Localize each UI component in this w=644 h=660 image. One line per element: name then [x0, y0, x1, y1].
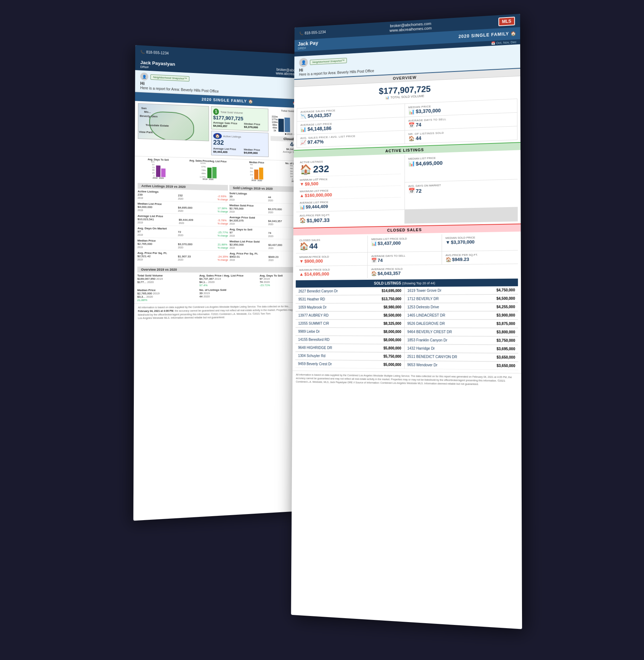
- sold-row-right: 1712 BEVERLY DR$4,500,000: [405, 294, 518, 303]
- bar-tsv-2019: [278, 118, 284, 132]
- bar-ratio-2019: [207, 167, 211, 178]
- back-ns-badge: Neighborhood Snapshot™: [151, 74, 190, 81]
- front-closed-grid: CLOSED SALES 🏠44 MEDIAN LIST PRICE SOLD …: [296, 233, 518, 279]
- front-greeting: Hi: [299, 68, 303, 73]
- bar-ratio-2020: [212, 167, 216, 178]
- sold-row-left: 9459 Beverly Crest Dr$5,000,000: [295, 360, 404, 369]
- front-disclaimer: All information is based on data supplie…: [292, 370, 521, 388]
- sold-row-right: 9526 DALEGROVE DR$3,875,000: [404, 319, 518, 328]
- back-asp: $4,043,357: [213, 124, 228, 128]
- front-agent-name: Jack Pay: [298, 40, 318, 47]
- front-report-title: 2020 SINGLE FAMILY 🏠: [458, 31, 516, 39]
- back-alp: $9,444,409: [213, 150, 228, 153]
- sold-row-left: 14155 Beresford RD$8,000,000: [296, 336, 404, 344]
- front-phone: 📞 818-555-1234: [299, 30, 326, 35]
- front-sold-table: SOLD LISTINGS (Showing Top 20 of 44) 262…: [295, 278, 518, 370]
- sold-row-left: 13977 AUBREY RD$8,500,000: [296, 312, 404, 319]
- sold-row-right: 1465 LINDACREST DR$3,900,000: [404, 311, 518, 319]
- sold-row-left: 1304 Schuyler Rd$5,750,000: [295, 352, 404, 360]
- back-phone: 📞 818-555-1234: [140, 49, 169, 55]
- bar-median-2020: [259, 167, 263, 179]
- bar-days-2019: [156, 165, 160, 177]
- front-contact: broker@abchomes.com www.abcrealhomes.com: [390, 21, 432, 32]
- sold-row-left: 9531 Heather RD$13,750,000: [296, 295, 404, 303]
- sold-row-left: 12055 SUMMIT CIR$8,325,000: [296, 319, 404, 327]
- back-mp2: $4,695,000: [244, 151, 258, 155]
- front-overview-grid: AVERAGE SALES PRICE 📉 $4,043,357 MEDIAN …: [297, 98, 518, 148]
- bar-tsv-2020: [284, 117, 290, 132]
- front-active-grid: ACTIVE LISTINGS 🏠 232 MINIMUM LIST PRICE…: [296, 151, 518, 225]
- front-nr-icon: 🏠: [408, 135, 414, 141]
- sold-row-right: 1619 Tower Grove Dr$4,750,000: [405, 286, 518, 295]
- bar-median-2019: [254, 169, 259, 179]
- sold-row-right: 2511 BENEDICT CANYON DR$3,650,000: [404, 353, 518, 362]
- sold-row-right: 1432 Harridge Dr$3,695,000: [404, 344, 518, 353]
- sold-row-left: 1059 Maybrook Dr$8,980,000: [296, 303, 404, 311]
- sold-row-right: 9464 BEVERLY CREST DR$3,800,000: [404, 328, 518, 336]
- back-mp: $3,370,000: [244, 125, 258, 129]
- sold-row-right: 1253 Delresto Drive$4,255,000: [405, 303, 518, 311]
- sold-row-left: 9648 HIGHRIDGE DR$5,800,000: [296, 344, 404, 352]
- sold-row-left: 9989 Liebe Dr$8,000,000: [296, 328, 404, 336]
- front-phone-icon: 📞: [299, 31, 303, 35]
- phone-icon: 📞: [140, 49, 145, 53]
- front-alp-icon: 📊: [301, 126, 306, 132]
- front-mls-logo: MLS: [498, 16, 515, 26]
- back-greeting: Hi: [140, 81, 145, 86]
- sold-row-left: 2627 Benedict Canyon Dr$14,695,000: [296, 287, 404, 295]
- back-overview-compare-title: Overview 2019 vs 2020: [137, 267, 317, 273]
- sold-row-right: 9653 Wendover Dr$3,650,000: [404, 361, 518, 370]
- front-ratio-icon: 📈: [300, 140, 306, 145]
- front-asp-icon: 📉: [301, 113, 306, 119]
- front-days-icon: 📅: [408, 122, 414, 128]
- back-map: San Mo... Beverly Glen Trousdale Estate …: [138, 103, 209, 141]
- front-median-icon: 📊: [408, 108, 414, 114]
- sold-listings-grid: 2627 Benedict Canyon Dr$14,695,0001619 T…: [295, 286, 518, 370]
- back-avatar: 👤: [140, 72, 148, 80]
- back-disclaimer: All information is based on data supplie…: [134, 302, 320, 322]
- sold-row-right: 1853 Franklin Canyon Dr$3,750,000: [404, 336, 518, 345]
- front-ns-badge: Neighborhood Snapshot™: [310, 58, 347, 65]
- bar-days-2020: [161, 168, 165, 177]
- front-avatar: 👤: [299, 58, 308, 67]
- front-report: 📞 818-555-1234 broker@abchomes.com www.a…: [291, 14, 522, 629]
